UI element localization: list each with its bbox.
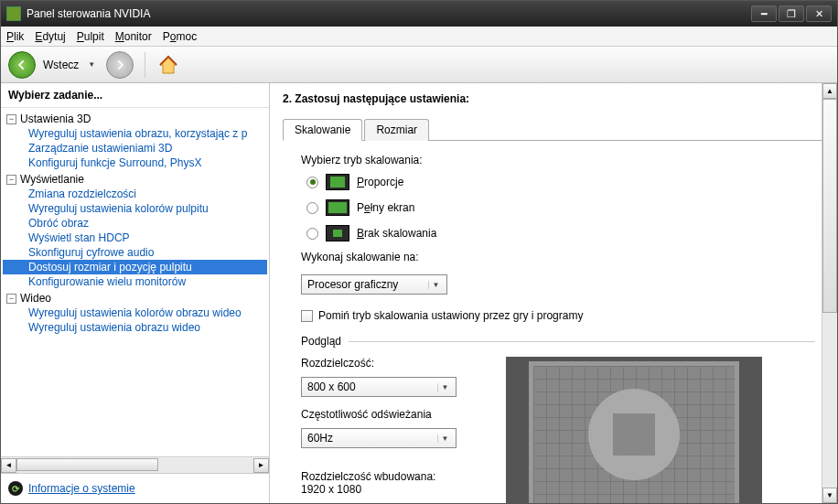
tree-item[interactable]: Konfiguruj funkcje Surround, PhysX xyxy=(3,155,267,170)
native-res-value: 1920 x 1080 xyxy=(301,483,484,496)
tab-size[interactable]: Rozmiar xyxy=(364,119,429,141)
titlebar[interactable]: Panel sterowania NVIDIA ━ ❐ ✕ xyxy=(1,1,837,27)
chevron-down-icon: ▼ xyxy=(437,434,452,443)
noscaling-icon xyxy=(326,225,349,241)
menubar: Plik Edytuj Pulpit Monitor Pomoc xyxy=(1,27,837,47)
app-window: Panel sterowania NVIDIA ━ ❐ ✕ Plik Edytu… xyxy=(0,0,838,504)
app-icon xyxy=(6,6,21,21)
home-button[interactable] xyxy=(156,53,180,77)
radio-fullscreen[interactable] xyxy=(306,202,318,214)
native-res-label: Rozdzielczość wbudowana: xyxy=(301,470,484,483)
tree-category-video[interactable]: − Wideo xyxy=(3,291,267,306)
info-icon: ⟳ xyxy=(8,481,23,496)
tabstrip: Skalowanie Rozmiar xyxy=(283,118,824,141)
menu-edit[interactable]: Edytuj xyxy=(35,30,65,43)
scaling-mode-label: Wybierz tryb skalowania: xyxy=(301,154,815,166)
scroll-up-icon[interactable]: ▲ xyxy=(822,83,837,99)
tree-item[interactable]: Obróć obraz xyxy=(3,216,267,231)
system-info-link-row: ⟳ Informacje o systemie xyxy=(1,473,269,503)
perform-on-combo[interactable]: Procesor graficzny ▼ xyxy=(301,274,447,295)
scroll-right-icon[interactable]: ► xyxy=(253,458,269,473)
toolbar-divider xyxy=(145,52,145,78)
chevron-down-icon: ▼ xyxy=(428,281,443,289)
chevron-down-icon: ▼ xyxy=(437,383,452,391)
tree-item[interactable]: Wyreguluj ustawienia obrazu, korzystając… xyxy=(3,126,267,141)
scroll-thumb[interactable] xyxy=(822,99,837,313)
refresh-combo[interactable]: 60Hz ▼ xyxy=(301,428,457,448)
radio-noscaling-label[interactable]: Brak skalowania xyxy=(357,227,436,240)
preview-label: Podgląd xyxy=(301,335,341,348)
scroll-thumb[interactable] xyxy=(16,458,158,471)
perform-on-value: Procesor graficzny xyxy=(307,278,428,291)
fullscreen-icon xyxy=(326,199,349,216)
tree-item[interactable]: Skonfiguruj cyfrowe audio xyxy=(3,245,267,260)
tree-item[interactable]: Wyświetl stan HDCP xyxy=(3,231,267,245)
tree-item[interactable]: Wyreguluj ustawienia kolorów pulpitu xyxy=(3,201,267,216)
override-checkbox[interactable] xyxy=(301,310,313,322)
sidebar: Wybierz zadanie... − Ustawienia 3D Wyreg… xyxy=(1,83,270,503)
resolution-combo[interactable]: 800 x 600 ▼ xyxy=(301,377,457,397)
main-panel: 2. Zastosuj następujące ustawienia: Skal… xyxy=(270,83,837,503)
radio-fullscreen-label[interactable]: Pełny ekran xyxy=(357,201,414,214)
tree-item-selected[interactable]: Dostosuj rozmiar i pozycję pulpitu xyxy=(3,260,267,274)
tree-category-3d[interactable]: − Ustawienia 3D xyxy=(3,112,267,126)
aspect-icon xyxy=(326,174,349,190)
tree-item[interactable]: Wyreguluj ustawienia kolorów obrazu wide… xyxy=(3,306,267,320)
main-vscrollbar[interactable]: ▲ ▼ xyxy=(822,83,837,503)
tree-category-display[interactable]: − Wyświetlanie xyxy=(3,172,267,187)
toolbar: Wstecz ▼ xyxy=(1,47,837,83)
task-header: Wybierz zadanie... xyxy=(1,83,269,108)
scroll-down-icon[interactable]: ▼ xyxy=(822,488,837,503)
tree-item[interactable]: Zmiana rozdzielczości xyxy=(3,187,267,201)
back-history-dropdown[interactable]: ▼ xyxy=(88,60,95,69)
scroll-left-icon[interactable]: ◄ xyxy=(1,458,16,473)
tree-item[interactable]: Konfigurowanie wielu monitorów xyxy=(3,274,267,289)
override-label[interactable]: Pomiń tryb skalowania ustawiony przez gr… xyxy=(318,309,583,322)
system-info-link[interactable]: Informacje o systemie xyxy=(28,482,135,495)
sidebar-hscrollbar[interactable]: ◄ ► xyxy=(1,456,269,473)
radio-noscaling[interactable] xyxy=(306,228,318,240)
preview-pattern xyxy=(529,361,739,503)
menu-monitor[interactable]: Monitor xyxy=(115,30,152,43)
collapse-icon[interactable]: − xyxy=(6,175,16,185)
forward-button[interactable] xyxy=(106,51,134,79)
back-button[interactable] xyxy=(8,51,36,79)
menu-desktop[interactable]: Pulpit xyxy=(77,30,104,43)
maximize-button[interactable]: ❐ xyxy=(779,5,804,22)
resolution-label: Rozdzielczość: xyxy=(301,357,484,370)
tree-item[interactable]: Zarządzanie ustawieniami 3D xyxy=(3,141,267,155)
refresh-label: Częstotliwość odświeżania xyxy=(301,408,484,421)
radio-aspect[interactable] xyxy=(306,177,318,188)
separator xyxy=(349,341,815,342)
section-title: 2. Zastosuj następujące ustawienia: xyxy=(283,92,824,105)
collapse-icon[interactable]: − xyxy=(6,114,16,124)
resolution-value: 800 x 600 xyxy=(307,381,437,393)
refresh-value: 60Hz xyxy=(307,432,437,445)
collapse-icon[interactable]: − xyxy=(6,294,16,304)
radio-aspect-label[interactable]: Proporcje xyxy=(357,176,403,188)
task-tree: − Ustawienia 3D Wyreguluj ustawienia obr… xyxy=(1,108,269,456)
tree-item[interactable]: Wyreguluj ustawienia obrazu wideo xyxy=(3,320,267,335)
minimize-button[interactable]: ━ xyxy=(751,5,777,22)
menu-help[interactable]: Pomoc xyxy=(163,30,197,43)
perform-on-label: Wykonaj skalowanie na: xyxy=(301,251,815,263)
window-title: Panel sterowania NVIDIA xyxy=(27,7,751,20)
back-label[interactable]: Wstecz xyxy=(43,59,79,71)
preview-monitor xyxy=(506,357,762,503)
menu-file[interactable]: Plik xyxy=(6,30,24,43)
tab-scaling[interactable]: Skalowanie xyxy=(283,119,362,141)
close-button[interactable]: ✕ xyxy=(806,5,832,22)
